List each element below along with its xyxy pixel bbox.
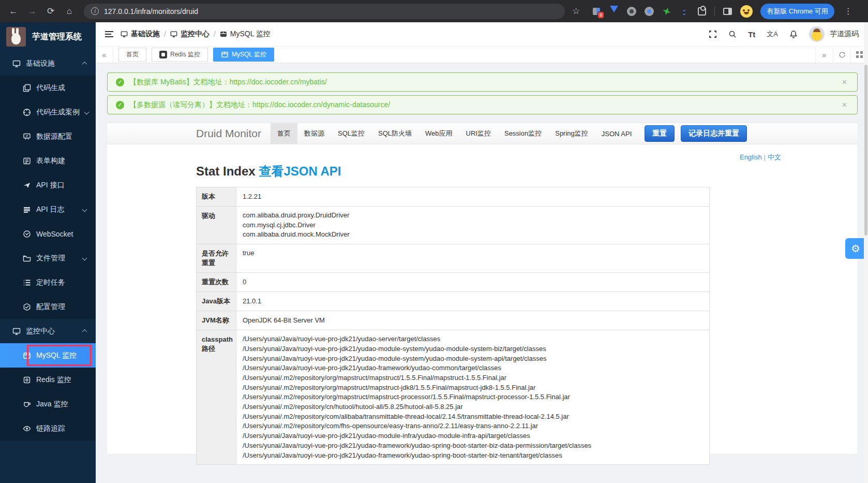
user-avatar[interactable]	[809, 26, 825, 42]
table-row: JVM名称 OpenJDK 64-Bit Server VM	[197, 311, 710, 330]
page-scrollbar[interactable]	[864, 22, 868, 483]
fullscreen-icon[interactable]	[709, 30, 717, 38]
druid-tab-webapp[interactable]: Web应用	[418, 123, 459, 144]
sidebar-item-java-monitor[interactable]: Java 监控	[0, 392, 96, 416]
breadcrumb-monitor-center[interactable]: 监控中心	[170, 30, 209, 39]
tab-home[interactable]: 首页	[118, 48, 146, 62]
scrollbar-thumb[interactable]	[864, 65, 867, 236]
druid-tab-json-api[interactable]: JSON API	[595, 123, 639, 144]
redis-tab-icon	[159, 51, 167, 58]
sidebar-item-file-manager[interactable]: 文件管理	[0, 246, 96, 270]
druid-tab-uri[interactable]: URI监控	[459, 123, 498, 144]
extension-star-icon[interactable]	[662, 6, 671, 16]
home-icon[interactable]: ⌂	[62, 4, 77, 19]
extension-chevrons-icon[interactable]: ⌄⌄	[679, 6, 689, 16]
hamburger-icon[interactable]	[105, 31, 113, 37]
sidebar-menu: 基础设施 代码生成 代码生成案例 数据源配置 表单构建	[0, 51, 96, 441]
table-row: 版本 1.2.21	[197, 187, 710, 207]
refresh-icon[interactable]: ⟳	[43, 4, 58, 19]
sidebar-item-mysql-monitor[interactable]: MySQL 监控	[0, 343, 96, 368]
plane-icon	[23, 181, 31, 189]
druid-tab-spring[interactable]: Spring监控	[548, 123, 595, 144]
table-row: classpath 路径 /Users/yunai/Java/ruoyi-vue…	[197, 330, 710, 465]
alert-dynamic-datasource: ✓ 【多数据源（读写分离）】文档地址：https://doc.iocoder.c…	[107, 95, 858, 114]
monitor-icon	[121, 31, 128, 38]
browser-menu-icon[interactable]: ⋮	[842, 6, 855, 16]
stat-index-title: Stat Index 查看JSON API	[196, 163, 858, 180]
druid-tab-index[interactable]: 首页	[271, 123, 297, 144]
breadcrumb-mysql-monitor[interactable]: MySQL 监控	[220, 30, 271, 39]
breadcrumb-infrastructure[interactable]: 基础设施	[121, 30, 160, 39]
java-cup-icon	[23, 400, 31, 408]
sidebar-item-api[interactable]: API 接口	[0, 173, 96, 197]
sidebar-item-codegen-demo[interactable]: 代码生成案例	[0, 100, 96, 124]
font-size-icon[interactable]: Tt	[748, 30, 755, 39]
chrome-update-button[interactable]: 有新版 Chrome 可用	[760, 4, 834, 19]
address-bar[interactable]: i 127.0.0.1/infra/monitors/druid	[84, 4, 565, 19]
bookmark-star-icon[interactable]: ☆	[572, 6, 580, 17]
document-copy-icon	[23, 84, 31, 92]
success-check-icon: ✓	[116, 78, 124, 86]
druid-brand[interactable]: Druid Monitor	[196, 127, 271, 140]
extension-gray-icon[interactable]	[626, 6, 636, 16]
extension-badge: 8	[597, 11, 604, 19]
druid-tab-sql[interactable]: SQL监控	[331, 123, 371, 144]
back-icon[interactable]: ←	[6, 4, 21, 19]
logo-avatar	[6, 27, 26, 47]
sidebar-item-infrastructure[interactable]: 基础设施	[0, 51, 96, 76]
extension-blocks-icon[interactable]: 8	[591, 6, 601, 16]
sidebar-item-redis-monitor[interactable]: Redis 监控	[0, 368, 96, 392]
sidebar-item-config-manager[interactable]: 配置管理	[0, 295, 96, 319]
close-icon[interactable]: ×	[840, 78, 849, 87]
sidebar-item-websocket[interactable]: WebSocket	[0, 222, 96, 246]
page-header: 基础设施 / 监控中心 / MySQL 监控	[96, 22, 868, 46]
close-icon[interactable]: ×	[840, 100, 849, 110]
sidebar-item-monitor-center[interactable]: 监控中心	[0, 319, 96, 343]
app-logo-row[interactable]: 芋道管理系统	[0, 22, 96, 51]
form-icon	[23, 157, 31, 165]
url-text[interactable]: 127.0.0.1/infra/monitors/druid	[104, 7, 198, 16]
table-row: Java版本 21.0.1	[197, 292, 710, 311]
websocket-icon	[23, 230, 31, 238]
tabs-scroll-right-icon[interactable]: »	[815, 47, 833, 63]
notification-bell-icon[interactable]	[789, 30, 798, 38]
druid-panel: Druid Monitor 首页 数据源 SQL监控 SQL防火墙 Web应用 …	[107, 123, 858, 454]
reset-button[interactable]: 重置	[645, 125, 675, 142]
tab-redis-monitor[interactable]: Redis 监控	[152, 48, 208, 62]
compass-icon	[23, 108, 31, 116]
settings-drawer-button[interactable]: ⚙	[845, 238, 866, 259]
sidebar-item-datasource-config[interactable]: 数据源配置	[0, 124, 96, 149]
view-json-api-link[interactable]: 查看JSON API	[259, 164, 341, 178]
board-icon	[23, 133, 31, 141]
druid-tab-datasource[interactable]: 数据源	[297, 123, 331, 144]
success-check-icon: ✓	[116, 101, 124, 109]
log-and-reset-button[interactable]: 记录日志并重置	[681, 125, 747, 142]
extensions-puzzle-icon[interactable]	[697, 6, 707, 16]
druid-tab-wall[interactable]: SQL防火墙	[371, 123, 418, 144]
lang-english-link[interactable]: English	[740, 153, 762, 161]
search-icon[interactable]	[728, 30, 737, 38]
sidebar-item-form-builder[interactable]: 表单构建	[0, 149, 96, 173]
folder-icon	[23, 254, 31, 262]
extension-circle-icon[interactable]	[644, 6, 654, 16]
sidebar-item-api-log[interactable]: API 日志	[0, 197, 96, 222]
lang-chinese-link[interactable]: 中文	[768, 153, 781, 161]
page-tabbar: « 首页 Redis 监控 MySQL 监控 »	[96, 46, 868, 63]
druid-tab-session[interactable]: Session监控	[498, 123, 548, 144]
monitor-icon	[12, 327, 21, 335]
tabs-scroll-left-icon[interactable]: «	[96, 47, 113, 63]
site-info-icon[interactable]: i	[91, 7, 99, 15]
extension-kite-icon[interactable]	[609, 6, 619, 16]
forward-icon[interactable]: →	[25, 4, 39, 19]
sidebar-item-codegen[interactable]: 代码生成	[0, 76, 96, 100]
sidebar-item-scheduled-jobs[interactable]: 定时任务	[0, 270, 96, 295]
username[interactable]: 芋道源码	[830, 30, 859, 39]
tabs-refresh-icon[interactable]	[833, 47, 850, 63]
eye-icon	[23, 425, 31, 433]
profile-avatar[interactable]	[740, 5, 753, 18]
tab-mysql-monitor[interactable]: MySQL 监控	[213, 48, 274, 62]
translate-icon[interactable]: 文A	[767, 30, 778, 39]
side-panel-icon[interactable]	[723, 6, 732, 16]
sidebar-item-tracing[interactable]: 链路追踪	[0, 416, 96, 441]
log-bars-icon	[23, 206, 31, 214]
